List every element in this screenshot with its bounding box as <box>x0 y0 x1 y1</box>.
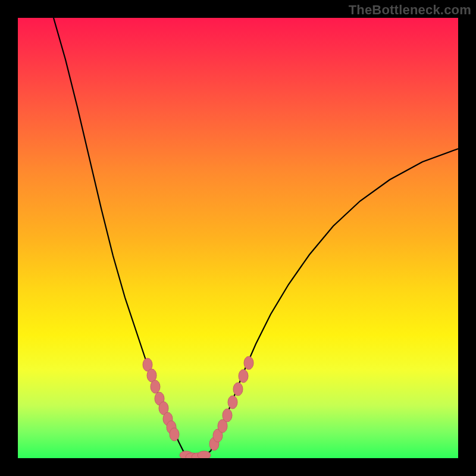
data-bead <box>239 369 248 383</box>
watermark-text: TheBottleneck.com <box>349 2 471 18</box>
data-bead <box>151 380 160 393</box>
bottleneck-curve <box>54 18 458 458</box>
bead-group <box>143 356 253 458</box>
chart-frame: TheBottleneck.com <box>0 0 476 476</box>
data-bead <box>223 409 232 422</box>
data-bead <box>228 396 237 409</box>
bottleneck-curve-svg <box>18 18 458 458</box>
plot-area <box>18 18 458 458</box>
data-bead <box>233 383 243 396</box>
data-bead <box>198 451 211 458</box>
data-bead <box>170 428 179 441</box>
data-bead <box>244 356 253 369</box>
